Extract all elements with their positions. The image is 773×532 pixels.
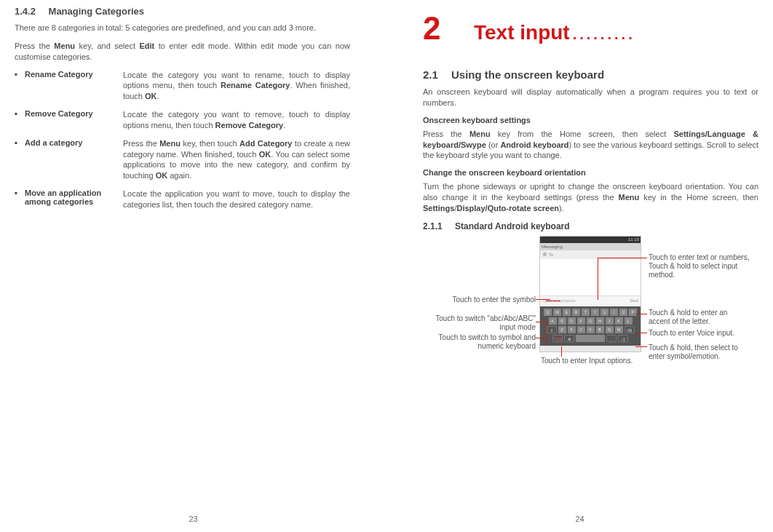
leader-line: [635, 333, 647, 333]
category-item-move: • Move an application among categories L…: [15, 188, 350, 210]
settings-key: ⚙: [564, 335, 574, 342]
callout-accent: Touch & hold to enter an accent of the l…: [649, 309, 750, 326]
press-menu-text: Press the Menu key, and select Edit to e…: [15, 41, 350, 63]
title-bar: Messaging: [540, 243, 641, 250]
status-bar: 11:15: [540, 237, 641, 243]
keyboard-keys: QWERTYUIOP ASDFGHJKL ⇧ZXCVBNM⌫ ?123⚙.:-): [540, 306, 641, 346]
section-title: Using the onscreen keyboard: [451, 68, 604, 81]
shift-key: ⇧: [547, 326, 557, 333]
dots-icon: .........: [573, 26, 635, 42]
dot-key: .: [606, 335, 617, 342]
message-area: [540, 259, 641, 295]
callout-emotion: Touch & hold, then select to enter symbo…: [649, 344, 750, 361]
chapter-number: 2: [423, 10, 474, 47]
orientation-text: Turn the phone sideways or upright to ch…: [423, 181, 758, 214]
orientation-heading: Change the onscreen keyboard orientation: [423, 168, 758, 177]
callout-text-numbers: Touch to enter text or numbers, Touch & …: [649, 253, 750, 279]
category-item-add: • Add a category Press the Menu key, the…: [15, 138, 350, 181]
callout-numeric: Touch to switch to symbol and numeric ke…: [423, 333, 536, 351]
section-number: 2.1.1: [423, 221, 443, 231]
category-item-remove: • Remove Category Locate the category yo…: [15, 109, 350, 131]
page-24: 2 Text input......... 2.1 Using the onsc…: [386, 0, 773, 532]
item-desc: Locate the category you want to rename, …: [123, 70, 350, 103]
category-list: • Rename Category Locate the category yo…: [15, 70, 350, 210]
section-title: Managing Categories: [49, 6, 144, 17]
category-item-rename: • Rename Category Locate the category yo…: [15, 70, 350, 103]
num-key: ?123: [552, 335, 563, 342]
section-number: 2.1: [423, 68, 438, 81]
bullet-icon: •: [15, 138, 25, 181]
bullet-icon: •: [15, 70, 25, 103]
item-desc: Locate the application you want to move,…: [123, 188, 350, 210]
page-number: 23: [189, 515, 197, 523]
page-23: 1.4.2 Managing Categories There are 8 ca…: [0, 0, 386, 532]
item-label: Add a category: [25, 138, 123, 181]
keyboard-diagram: 11:15 Messaging ⊕ To Type to compose Sen…: [423, 236, 750, 392]
leader-line: [635, 346, 647, 347]
item-label: Move an application among categories: [25, 188, 123, 210]
leader-line: [635, 314, 647, 314]
leader-line: [546, 301, 560, 301]
bullet-icon: •: [15, 109, 25, 131]
section-title: Standard Android keyboard: [455, 221, 570, 231]
keyboard-screenshot: 11:15 Messaging ⊕ To Type to compose Sen…: [539, 236, 641, 352]
chapter-header: 2 Text input.........: [423, 10, 758, 47]
callout-symbol: Touch to enter the symbol: [423, 295, 536, 304]
leader-line: [598, 258, 598, 300]
space-key: [576, 335, 605, 342]
item-desc: Press the Menu key, then touch Add Categ…: [123, 138, 350, 181]
leader-line: [546, 338, 547, 345]
leader-line: [536, 322, 546, 322]
chapter-title: Text input.........: [474, 21, 635, 44]
kb-settings-text: Press the Menu key from the Home screen,…: [423, 129, 758, 162]
callout-voice: Touch to enter Voice input.: [649, 329, 750, 338]
leader-line: [536, 338, 546, 338]
leader-line: [546, 322, 547, 335]
section-heading-1-4-2: 1.4.2 Managing Categories: [15, 6, 350, 17]
section-intro: An onscreen keyboard will display automa…: [423, 87, 758, 108]
callout-abc-mode: Touch to switch "abc/Abc/ABC" input mode: [423, 314, 536, 332]
section-number: 1.4.2: [15, 6, 36, 17]
section-heading-2-1-1: 2.1.1 Standard Android keyboard: [423, 221, 758, 231]
leader-line: [536, 299, 550, 300]
leader-line: [598, 258, 647, 258]
item-desc: Locate the category you want to remove, …: [123, 109, 350, 131]
kb-settings-heading: Onscreen keyboard settings: [423, 116, 758, 124]
page-number: 24: [575, 515, 584, 523]
del-key: ⌫: [625, 326, 635, 333]
leader-line: [561, 346, 562, 357]
smiley-key: :-): [618, 335, 628, 342]
item-label: Rename Category: [25, 70, 123, 103]
callout-input-options: Touch to enter Input options.: [541, 357, 635, 365]
section-heading-2-1: 2.1 Using the onscreen keyboard: [423, 68, 758, 81]
plus-icon: ⊕: [540, 251, 549, 258]
bullet-icon: •: [15, 188, 25, 210]
item-label: Remove Category: [25, 109, 123, 131]
intro-text: There are 8 categories in total: 5 categ…: [15, 23, 350, 33]
